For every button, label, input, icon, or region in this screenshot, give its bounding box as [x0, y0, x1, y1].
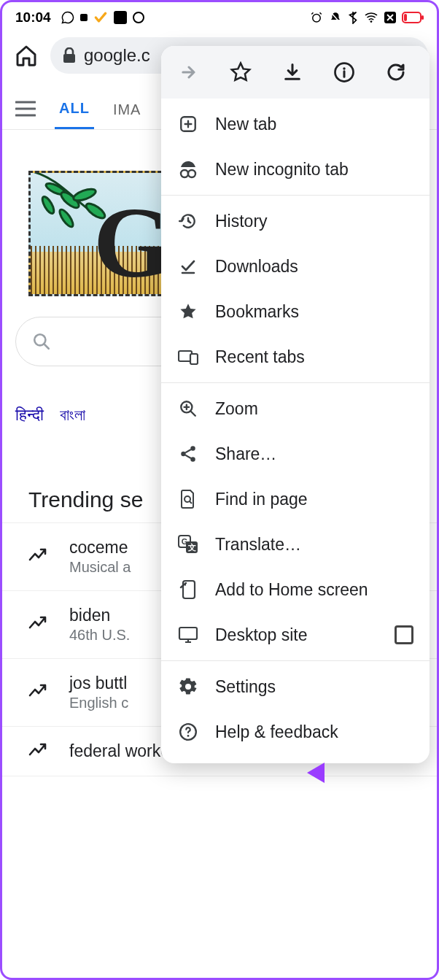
menu-bookmarks[interactable]: Bookmarks — [161, 289, 430, 334]
menu-label: Downloads — [215, 257, 298, 277]
clock-time: 10:04 — [15, 9, 51, 26]
menu-label: Bookmarks — [215, 302, 299, 322]
menu-translate[interactable]: G文 Translate… — [161, 522, 430, 567]
svg-rect-23 — [190, 354, 198, 364]
menu-new-tab[interactable]: New tab — [161, 101, 430, 147]
status-left: 10:04 — [15, 9, 144, 26]
menu-recent-tabs[interactable]: Recent tabs — [161, 334, 430, 379]
svg-point-20 — [181, 170, 188, 177]
menu-icon-row — [161, 46, 430, 99]
menu-add-home[interactable]: Add to Home screen — [161, 567, 430, 612]
checkmark-icon — [93, 10, 108, 25]
svg-point-28 — [184, 496, 190, 502]
svg-point-26 — [181, 452, 186, 457]
svg-rect-9 — [63, 54, 75, 63]
svg-rect-7 — [404, 14, 407, 21]
menu-help[interactable]: Help & feedback — [161, 709, 430, 755]
trending-sub: 46th U.S. — [69, 627, 130, 644]
status-right — [310, 11, 424, 24]
star-filled-icon — [177, 301, 199, 323]
wifi-icon — [364, 12, 378, 23]
notes-icon — [114, 11, 127, 24]
trending-query: coceme — [69, 538, 131, 557]
bookmark-button[interactable] — [228, 59, 254, 85]
menu-zoom[interactable]: Zoom — [161, 386, 430, 431]
desktop-checkbox[interactable] — [395, 625, 413, 644]
trending-icon — [28, 743, 50, 760]
lang-bengali[interactable]: বাংলা — [60, 406, 85, 425]
forward-icon — [178, 62, 200, 82]
app-dot-icon — [80, 14, 88, 21]
home-button[interactable] — [11, 40, 42, 71]
incognito-icon — [177, 158, 199, 180]
trending-icon — [28, 548, 50, 566]
lang-hindi[interactable]: हिन्दी — [15, 406, 44, 425]
star-icon — [230, 61, 252, 83]
svg-rect-1 — [114, 11, 127, 24]
google-doodle[interactable]: G — [26, 168, 171, 299]
bluetooth-icon — [348, 11, 358, 24]
svg-point-2 — [133, 12, 144, 23]
menu-desktop-site[interactable]: Desktop site — [161, 612, 430, 657]
circle-icon — [133, 12, 144, 23]
info-button[interactable] — [331, 59, 357, 85]
tab-images[interactable]: IMA — [109, 93, 146, 128]
svg-point-3 — [313, 15, 321, 23]
menu-label: Find in page — [215, 490, 308, 509]
menu-label: Desktop site — [215, 625, 308, 645]
add-home-icon — [177, 579, 199, 601]
info-icon — [333, 61, 355, 83]
trending-icon — [28, 684, 50, 701]
menu-label: Share… — [215, 444, 276, 464]
svg-text:文: 文 — [187, 543, 196, 552]
svg-point-25 — [190, 446, 195, 451]
search-icon — [32, 332, 51, 351]
menu-label: Translate… — [215, 535, 301, 555]
forward-button[interactable] — [176, 59, 202, 85]
home-icon — [15, 44, 38, 67]
svg-point-15 — [58, 208, 75, 229]
check-line-icon — [177, 255, 199, 277]
trending-query: jos buttl — [69, 674, 128, 693]
menu-label: Add to Home screen — [215, 580, 368, 600]
no-sim-icon — [384, 12, 396, 23]
menu-share[interactable]: Share… — [161, 431, 430, 477]
svg-point-27 — [190, 457, 195, 462]
overflow-menu: New tab New incognito tab History Downlo… — [161, 46, 430, 763]
menu-label: Settings — [215, 677, 276, 697]
menu-history[interactable]: History — [161, 198, 430, 244]
menu-new-incognito[interactable]: New incognito tab — [161, 147, 430, 192]
menu-label: Recent tabs — [215, 347, 305, 367]
history-icon — [177, 210, 199, 232]
menu-downloads[interactable]: Downloads — [161, 244, 430, 289]
tab-all[interactable]: ALL — [55, 91, 94, 129]
whatsapp-icon — [61, 11, 74, 24]
share-icon — [177, 443, 199, 465]
find-icon — [177, 488, 199, 510]
menu-label: Zoom — [215, 399, 258, 419]
menu-find[interactable]: Find in page — [161, 477, 430, 522]
desktop-icon — [177, 624, 199, 646]
svg-rect-0 — [80, 14, 88, 21]
mute-icon — [329, 11, 342, 24]
svg-point-36 — [187, 735, 190, 737]
svg-point-14 — [40, 195, 56, 215]
download-icon — [282, 61, 303, 83]
menu-settings[interactable]: Settings — [161, 664, 430, 709]
hamburger-menu[interactable] — [11, 93, 40, 127]
menu-icon — [15, 101, 36, 117]
help-icon — [177, 721, 199, 743]
translate-icon: G文 — [177, 533, 199, 555]
download-button[interactable] — [279, 59, 306, 85]
devices-icon — [177, 346, 199, 368]
url-text: google.c — [84, 45, 150, 66]
reload-button[interactable] — [383, 59, 409, 85]
gear-icon — [177, 676, 199, 698]
zoom-icon — [177, 398, 199, 420]
svg-rect-34 — [179, 628, 197, 639]
menu-label: History — [215, 212, 268, 231]
trending-sub: Musical a — [69, 559, 131, 576]
svg-point-18 — [343, 67, 346, 70]
alarm-icon — [310, 11, 323, 24]
svg-point-21 — [188, 170, 195, 177]
